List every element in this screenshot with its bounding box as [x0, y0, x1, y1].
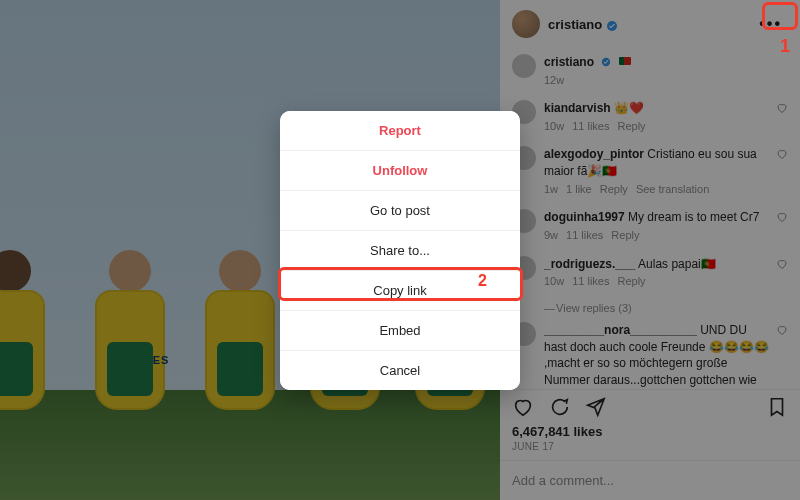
menu-item-embed[interactable]: Embed	[280, 311, 520, 351]
annotation-label-1: 1	[780, 36, 790, 57]
options-menu: ReportUnfollowGo to postShare to...Copy …	[280, 111, 520, 390]
menu-item-unfollow[interactable]: Unfollow	[280, 151, 520, 191]
menu-item-cancel[interactable]: Cancel	[280, 351, 520, 390]
annotation-label-2: 2	[478, 272, 487, 290]
menu-item-go-to-post[interactable]: Go to post	[280, 191, 520, 231]
menu-item-share-to[interactable]: Share to...	[280, 231, 520, 271]
menu-item-report[interactable]: Report	[280, 111, 520, 151]
modal-overlay[interactable]: ReportUnfollowGo to postShare to...Copy …	[0, 0, 800, 500]
